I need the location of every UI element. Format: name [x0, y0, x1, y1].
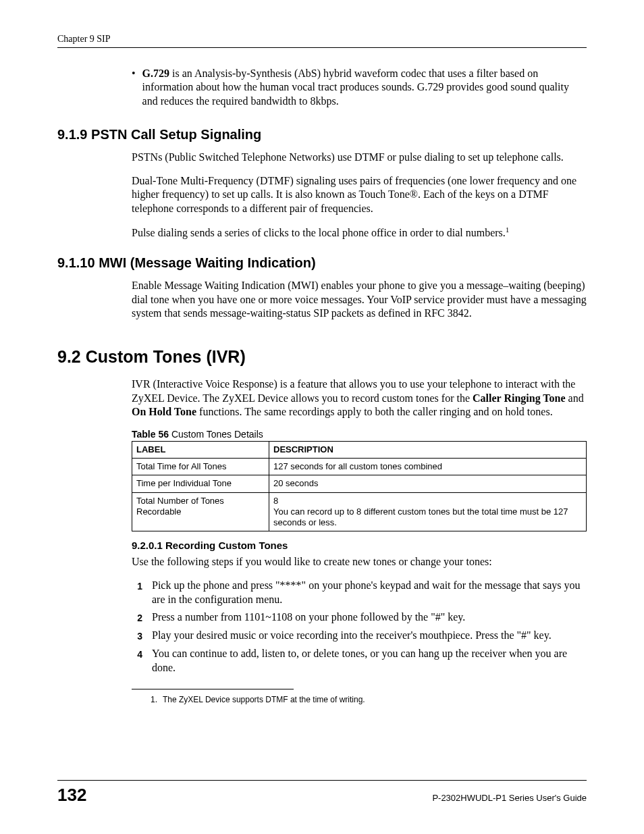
para: Dual-Tone Multi-Frequency (DTMF) signali… [132, 174, 587, 215]
term-caller-ringing: Caller Ringing Tone [473, 392, 566, 404]
cell-label: Total Number of Tones Recordable [132, 492, 269, 531]
footer-row: 132 P-2302HWUDL-P1 Series User's Guide [57, 785, 587, 806]
para: IVR (Interactive Voice Response) is a fe… [132, 377, 587, 419]
step-item: 3Play your desired music or voice record… [132, 629, 587, 643]
footer-rule [57, 780, 587, 781]
step-text: Pick up the phone and press "****" on yo… [152, 579, 587, 607]
header-rule [57, 47, 587, 48]
bullet-block: • G.729 is an Analysis-by-Synthesis (AbS… [132, 67, 587, 108]
para-text: Pulse dialing sends a series of clicks t… [132, 228, 506, 239]
footnote-text: The ZyXEL Device supports DTMF at the ti… [163, 695, 365, 704]
bullet-term: G.729 [142, 68, 169, 79]
table-row: Total Time for All Tones 127 seconds for… [132, 459, 587, 475]
section-9-1-10-body: Enable Message Waiting Indication (MWI) … [132, 279, 587, 320]
footnote: 1.The ZyXEL Device supports DTMF at the … [151, 695, 587, 704]
step-text: Play your desired music or voice recordi… [152, 629, 587, 643]
table-number: Table 56 [132, 429, 169, 440]
custom-tones-table: LABEL DESCRIPTION Total Time for All Ton… [132, 441, 587, 532]
table-caption: Table 56 Custom Tones Details [132, 429, 587, 440]
bullet-desc: is an Analysis-by-Synthesis (AbS) hybrid… [142, 68, 569, 107]
footnote-ref: 1 [506, 226, 510, 234]
para: Enable Message Waiting Indication (MWI) … [132, 279, 587, 320]
page-number: 132 [57, 785, 86, 806]
bullet-text: G.729 is an Analysis-by-Synthesis (AbS) … [142, 67, 587, 108]
cell-label: Total Time for All Tones [132, 459, 269, 475]
step-item: 2Press a number from 1101~1108 on your p… [132, 610, 587, 625]
section-9-1-9-body: PSTNs (Public Switched Telephone Network… [132, 151, 587, 240]
step-number: 2 [132, 610, 142, 625]
term-on-hold: On Hold Tone [132, 406, 196, 417]
para: PSTNs (Public Switched Telephone Network… [132, 151, 587, 164]
cell-desc: 20 seconds [269, 475, 587, 492]
table-title: Custom Tones Details [169, 429, 263, 440]
step-text: You can continue to add, listen to, or d… [152, 647, 587, 675]
steps-list: 1Pick up the phone and press "****" on y… [132, 579, 587, 675]
heading-9-1-10: 9.1.10 MWI (Message Waiting Indication) [57, 255, 587, 271]
para: Use the following steps if you would lik… [132, 555, 587, 569]
heading-9-1-9: 9.1.9 PSTN Call Setup Signaling [57, 127, 587, 142]
bullet-item: • G.729 is an Analysis-by-Synthesis (AbS… [132, 67, 587, 108]
running-header: Chapter 9 SIP [57, 34, 587, 45]
step-item: 4You can continue to add, listen to, or … [132, 647, 587, 675]
col-label: LABEL [132, 441, 269, 458]
cell-desc: 127 seconds for all custom tones combine… [269, 459, 587, 475]
page-footer: 132 P-2302HWUDL-P1 Series User's Guide [57, 780, 587, 806]
guide-title: P-2302HWUDL-P1 Series User's Guide [432, 793, 587, 803]
table-header-row: LABEL DESCRIPTION [132, 441, 587, 458]
footnote-separator [132, 689, 294, 689]
para-text: and [566, 392, 584, 404]
step-number: 4 [132, 647, 142, 675]
col-description: DESCRIPTION [269, 441, 587, 458]
step-number: 3 [132, 629, 142, 643]
bullet-marker: • [132, 67, 136, 108]
heading-9-2-0-1: 9.2.0.1 Recording Custom Tones [132, 540, 587, 551]
step-number: 1 [132, 579, 142, 607]
step-item: 1Pick up the phone and press "****" on y… [132, 579, 587, 607]
heading-9-2: 9.2 Custom Tones (IVR) [57, 347, 587, 367]
page: Chapter 9 SIP • G.729 is an Analysis-by-… [0, 0, 644, 834]
footnote-number: 1. [151, 695, 163, 704]
para: Pulse dialing sends a series of clicks t… [132, 225, 587, 240]
para-text: functions. The same recordings apply to … [196, 406, 553, 417]
cell-label: Time per Individual Tone [132, 475, 269, 492]
section-9-2-body: IVR (Interactive Voice Response) is a fe… [132, 377, 587, 704]
cell-desc: 8 You can record up to 8 different custo… [269, 492, 587, 531]
table-row: Time per Individual Tone 20 seconds [132, 475, 587, 492]
step-text: Press a number from 1101~1108 on your ph… [152, 610, 587, 625]
table-row: Total Number of Tones Recordable 8 You c… [132, 492, 587, 531]
